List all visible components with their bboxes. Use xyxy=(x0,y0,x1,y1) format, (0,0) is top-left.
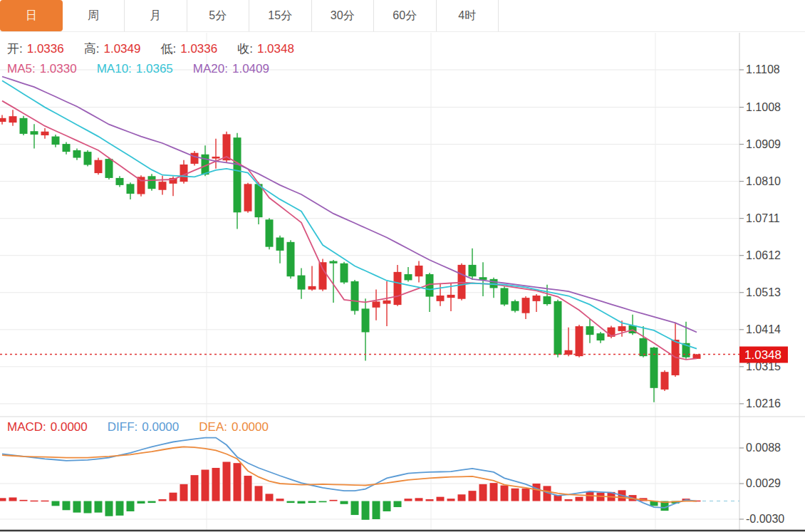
legend-label: MA5: xyxy=(7,62,36,75)
macd-bar xyxy=(95,501,103,513)
candle-body xyxy=(394,272,402,305)
legend-label: MA20: xyxy=(193,62,228,75)
candle-body xyxy=(234,137,242,212)
macd-bar xyxy=(170,493,177,501)
legend-value: 1.0349 xyxy=(103,42,140,56)
price-axis: 1.11081.10081.09091.08101.07111.06121.05… xyxy=(739,63,784,525)
legend-item: MA5:1.0330 xyxy=(7,62,81,75)
candle-body xyxy=(650,348,658,388)
macd-bar xyxy=(137,501,145,504)
candle-body xyxy=(640,338,648,356)
macd-bar xyxy=(105,501,113,516)
candle-body xyxy=(554,301,562,355)
candle-body xyxy=(287,242,295,276)
macd-bar xyxy=(202,470,209,501)
candle-body xyxy=(597,333,605,340)
legend-label: DEA: xyxy=(199,420,227,434)
macd-bar xyxy=(490,483,498,501)
macd-bar xyxy=(73,501,81,513)
candle-body xyxy=(212,157,220,159)
candle-body xyxy=(618,326,626,331)
macd-bar xyxy=(533,484,541,501)
tab-timeframe-3[interactable]: 5分 xyxy=(187,0,250,31)
legend-value: 0.0000 xyxy=(232,420,269,434)
macd-bar xyxy=(0,498,6,501)
legend-value: 0.0000 xyxy=(51,420,88,434)
macd-bar xyxy=(212,468,220,501)
legend-label: DIFF: xyxy=(108,420,138,434)
candle-body xyxy=(544,296,551,304)
macd-bar xyxy=(266,494,274,501)
candle-body xyxy=(661,372,669,390)
legend-label: MACD: xyxy=(7,420,46,434)
macd-legend: MACD:0.0000DIFF:0.0000DEA:0.0000 xyxy=(7,420,289,434)
ohlc-legend: 开:1.0336高:1.0349低:1.0336收:1.0348 xyxy=(7,41,314,57)
price-axis-label: 1.0414 xyxy=(746,323,781,335)
tab-timeframe-1[interactable]: 周 xyxy=(63,0,125,31)
legend-item: DEA:0.0000 xyxy=(199,420,273,434)
candle-body xyxy=(116,178,124,185)
macd-bar xyxy=(362,501,370,520)
candle-body xyxy=(244,184,252,211)
tab-timeframe-6[interactable]: 60分 xyxy=(374,0,437,31)
macd-bar xyxy=(52,501,60,506)
current-price-tag: 1.0348 xyxy=(739,347,788,363)
tab-timeframe-4[interactable]: 15分 xyxy=(249,0,312,31)
candle-body xyxy=(159,182,167,190)
macd-bar xyxy=(330,500,338,501)
candle-body xyxy=(533,296,541,301)
candle-body xyxy=(298,276,306,290)
macd-bar xyxy=(159,499,167,501)
candlestick-chart[interactable]: 1.11081.10081.09091.08101.07111.06121.05… xyxy=(0,0,805,532)
macd-bar xyxy=(180,484,188,501)
candle-body xyxy=(276,238,284,251)
macd-bar xyxy=(501,486,509,501)
price-axis-label: 1.0216 xyxy=(746,397,781,410)
candle-body xyxy=(105,159,113,178)
legend-item: 高:1.0349 xyxy=(84,42,145,56)
macd-bar xyxy=(308,501,316,504)
macd-axis-label: 0.0029 xyxy=(746,477,781,489)
legend-value: 1.0409 xyxy=(232,62,269,75)
macd-bar xyxy=(255,486,263,501)
tab-timeframe-2[interactable]: 月 xyxy=(125,0,187,31)
macd-bar xyxy=(458,494,466,501)
ma-legend: MA5:1.0330MA10:1.0365MA20:1.0409 xyxy=(7,62,289,76)
macd-bar xyxy=(63,501,71,511)
macd-bar xyxy=(298,501,306,504)
kline-chart-app: 日周月5分15分30分60分4时 开:1.0336高:1.0349低:1.033… xyxy=(0,0,805,532)
price-axis-label: 1.0711 xyxy=(746,212,780,224)
legend-value: 1.0336 xyxy=(27,42,64,56)
candle-body xyxy=(308,286,316,290)
candle-body xyxy=(95,160,103,173)
macd-bar xyxy=(116,501,124,516)
candle-body xyxy=(63,144,71,152)
candle-body xyxy=(383,301,391,304)
ma10-line xyxy=(2,80,697,348)
legend-item: DIFF:0.0000 xyxy=(108,420,184,434)
macd-bar xyxy=(276,499,284,501)
macd-bar xyxy=(31,501,38,502)
candle-body xyxy=(351,281,359,311)
candle-body xyxy=(255,184,263,217)
candle-body xyxy=(319,262,327,289)
candle-body xyxy=(73,150,81,158)
price-axis-label: 1.0513 xyxy=(746,286,781,298)
candle-body xyxy=(511,301,519,311)
candle-body xyxy=(437,296,445,301)
candle-body xyxy=(373,301,380,307)
legend-value: 1.0348 xyxy=(257,42,294,56)
legend-label: 开: xyxy=(7,42,23,56)
macd-bar xyxy=(223,461,231,501)
tab-timeframe-7[interactable]: 4时 xyxy=(437,0,499,31)
legend-label: 收: xyxy=(237,42,253,56)
candle-body xyxy=(330,261,338,264)
tab-timeframe-0[interactable]: 日 xyxy=(0,0,63,31)
macd-bar xyxy=(522,489,530,501)
legend-item: 开:1.0336 xyxy=(7,42,68,56)
tab-timeframe-5[interactable]: 30分 xyxy=(312,0,375,31)
candle-body xyxy=(266,219,274,246)
candle-body xyxy=(191,153,199,164)
legend-item: MACD:0.0000 xyxy=(7,420,92,434)
candle-body xyxy=(127,184,135,194)
